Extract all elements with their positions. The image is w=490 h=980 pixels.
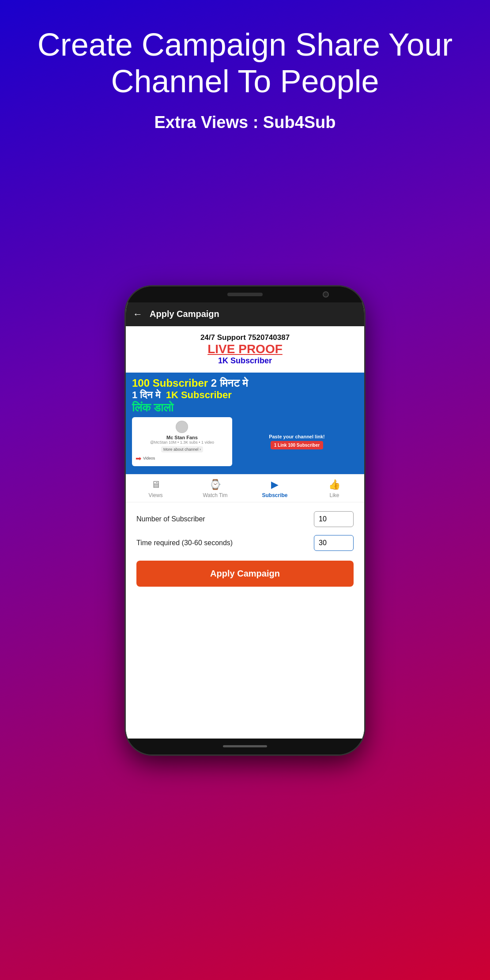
promo-line1: 100 Subscriber 2 मिनट मे [132, 377, 358, 389]
tab-watch-label: Watch Tim [203, 492, 227, 498]
support-text: 24/7 Support 7520740387 [133, 333, 357, 342]
paste-button[interactable]: 1 Link 100 Subscriber [271, 441, 323, 449]
tab-bar: 🖥 Views ⌚ Watch Tim ▶ Subscribe 👍 Like [126, 474, 364, 502]
sub-title: Extra Views : Sub4Sub [0, 113, 490, 132]
home-indicator [223, 745, 267, 747]
apply-campaign-button[interactable]: Apply Campaign [136, 561, 354, 587]
promo-line3: लिंक डालो [132, 401, 358, 415]
subscriber-input[interactable] [314, 511, 354, 527]
channel-meta: @McStan 10M • 1.3K subs • 1 video [136, 440, 229, 445]
phone-bottom-bar [126, 739, 364, 754]
watch-icon: ⌚ [209, 479, 221, 490]
phone-camera [323, 291, 329, 298]
tab-watch-time[interactable]: ⌚ Watch Tim [185, 475, 245, 502]
promo-line2: 1 दिन मे 1K Subscriber [132, 389, 358, 401]
phone-frame: ← Apply Campaign 24/7 Support 7520740387… [126, 286, 364, 754]
tab-views-label: Views [149, 492, 163, 498]
paste-link-area: Paste your channel link! 1 Link 100 Subs… [236, 417, 358, 466]
tab-like-label: Like [329, 492, 339, 498]
phone-mockup: ← Apply Campaign 24/7 Support 7520740387… [121, 150, 369, 891]
main-title: Create Campaign Share Your Channel To Pe… [0, 0, 490, 104]
tab-subscribe-label: Subscribe [262, 492, 287, 498]
tab-subscribe[interactable]: ▶ Subscribe [245, 475, 305, 502]
live-proof-text: LIVE PROOF [133, 342, 357, 356]
like-icon: 👍 [328, 479, 340, 490]
banner-area: 24/7 Support 7520740387 LIVE PROOF 1K Su… [126, 326, 364, 373]
channel-card: Mc Stan Fans @McStan 10M • 1.3K subs • 1… [132, 417, 232, 466]
subscribe-icon: ▶ [271, 479, 279, 490]
time-input[interactable] [314, 535, 354, 551]
page-header: Create Campaign Share Your Channel To Pe… [0, 0, 490, 150]
time-row: Time required (30-60 seconds) [136, 535, 354, 551]
channel-name: Mc Stan Fans [136, 435, 229, 440]
views-icon: 🖥 [151, 479, 161, 490]
promo-bottom: Mc Stan Fans @McStan 10M • 1.3K subs • 1… [132, 417, 358, 466]
phone-top-bar [126, 286, 364, 302]
subscriber-field-label: Number of Subscriber [136, 515, 309, 523]
screen-title: Apply Campaign [150, 309, 219, 319]
app-topbar: ← Apply Campaign [126, 302, 364, 326]
phone-speaker [227, 293, 263, 296]
time-field-label: Time required (30-60 seconds) [136, 539, 309, 547]
tab-views[interactable]: 🖥 Views [126, 475, 185, 502]
paste-text: Paste your channel link! [269, 434, 325, 439]
channel-avatar [176, 421, 188, 433]
tab-like[interactable]: 👍 Like [305, 475, 364, 502]
form-area: Number of Subscriber Time required (30-6… [126, 502, 364, 739]
subscriber-row: Number of Subscriber [136, 511, 354, 527]
phone-screen: ← Apply Campaign 24/7 Support 7520740387… [126, 302, 364, 739]
back-button[interactable]: ← [133, 309, 143, 320]
promo-image-area: 100 Subscriber 2 मिनट मे 1 दिन मे 1K Sub… [126, 373, 364, 474]
subscriber-label: 1K Subscriber [133, 356, 357, 366]
